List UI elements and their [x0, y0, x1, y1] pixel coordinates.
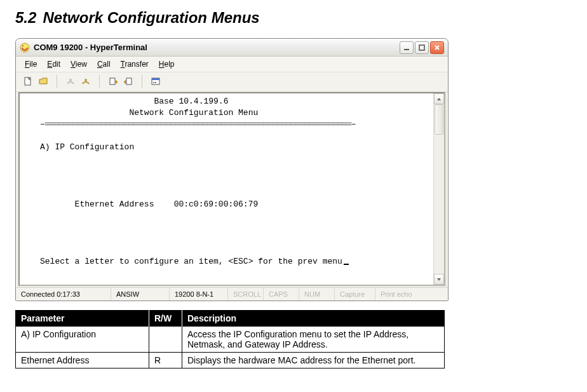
- svg-rect-2: [404, 49, 409, 50]
- status-scroll: SCROLL: [228, 288, 264, 301]
- svg-rect-7: [110, 78, 115, 84]
- menubar: File Edit View Call Transfer Help: [16, 57, 448, 72]
- scrollbar[interactable]: [433, 93, 444, 285]
- th-desc: Description: [182, 311, 445, 327]
- menu-view[interactable]: View: [67, 59, 91, 69]
- table-row: Ethernet Address R Displays the hardware…: [16, 353, 445, 368]
- menu-transfer[interactable]: Transfer: [117, 59, 152, 69]
- svg-rect-3: [419, 45, 424, 50]
- section-heading: 5.2Network Configuration Menus: [15, 9, 572, 27]
- svg-point-12: [155, 82, 156, 83]
- status-caps: CAPS: [264, 288, 299, 301]
- terminal-rule: –═══════════════════════════════════════…: [40, 119, 356, 129]
- close-button[interactable]: [430, 41, 444, 54]
- svg-point-6: [84, 79, 87, 81]
- status-num: NUM: [299, 288, 335, 301]
- terminal-ethernet-line: Ethernet Address 00:c0:69:00:06:79: [40, 199, 258, 209]
- open-file-icon[interactable]: [36, 74, 50, 88]
- cell-param: Ethernet Address: [16, 353, 149, 368]
- terminal-cursor: [344, 264, 349, 265]
- receive-icon[interactable]: [121, 74, 135, 88]
- table-row: A) IP Configuration Access the IP Config…: [16, 327, 445, 353]
- svg-point-1: [22, 45, 24, 46]
- statusbar: Connected 0:17:33 ANSIW 19200 8-N-1 SCRO…: [16, 287, 448, 301]
- scroll-thumb[interactable]: [435, 104, 443, 135]
- th-parameter: Parameter: [16, 311, 149, 327]
- menu-help[interactable]: Help: [155, 59, 179, 69]
- new-file-icon[interactable]: [21, 74, 35, 88]
- parameter-table: Parameter R/W Description A) IP Configur…: [15, 310, 445, 368]
- section-number: 5.2: [15, 9, 36, 26]
- svg-point-11: [153, 82, 154, 83]
- hyperterminal-window: COM9 19200 - HyperTerminal File Edit Vie…: [15, 38, 449, 301]
- terminal-menu-line: Network Configuration Menu: [40, 108, 258, 118]
- maximize-button[interactable]: [415, 41, 429, 54]
- terminal-base-line: Base 10.4.199.6: [40, 97, 228, 106]
- svg-point-5: [69, 79, 72, 81]
- toolbar: [16, 72, 448, 92]
- window-controls: [400, 41, 444, 54]
- terminal-prompt: Select a letter to configure an item, <E…: [40, 257, 342, 266]
- status-printecho: Print echo: [375, 288, 448, 301]
- terminal-option-a: A) IP Configuration: [40, 142, 134, 152]
- properties-icon[interactable]: [149, 74, 163, 88]
- scroll-up-icon[interactable]: [434, 93, 444, 104]
- titlebar[interactable]: COM9 19200 - HyperTerminal: [16, 39, 448, 57]
- minimize-button[interactable]: [400, 41, 414, 54]
- send-icon[interactable]: [106, 74, 120, 88]
- menu-edit[interactable]: Edit: [43, 59, 64, 69]
- menu-call[interactable]: Call: [93, 59, 114, 69]
- status-connected: Connected 0:17:33: [16, 288, 111, 301]
- window-title: COM9 19200 - HyperTerminal: [34, 43, 147, 52]
- cell-param: A) IP Configuration: [16, 327, 149, 353]
- terminal-area: Base 10.4.199.6 Network Configuration Me…: [18, 92, 445, 286]
- svg-rect-10: [152, 78, 159, 80]
- svg-rect-8: [126, 78, 132, 84]
- cell-rw: [149, 327, 182, 353]
- cell-desc: Displays the hardware MAC address for th…: [182, 353, 445, 368]
- status-emulation: ANSIW: [111, 288, 170, 301]
- status-settings: 19200 8-N-1: [170, 288, 228, 301]
- th-rw: R/W: [149, 311, 182, 327]
- menu-file[interactable]: File: [21, 59, 41, 69]
- connect-icon[interactable]: [64, 74, 78, 88]
- scroll-down-icon[interactable]: [434, 274, 444, 285]
- status-capture: Capture: [335, 288, 375, 301]
- section-title-text: Network Configuration Menus: [43, 9, 259, 26]
- cell-rw: R: [149, 353, 182, 368]
- scroll-track[interactable]: [434, 104, 444, 274]
- disconnect-icon[interactable]: [79, 74, 93, 88]
- app-icon: [20, 43, 30, 53]
- terminal-output[interactable]: Base 10.4.199.6 Network Configuration Me…: [20, 93, 433, 285]
- cell-desc: Access the IP Configuration menu to set …: [182, 327, 445, 353]
